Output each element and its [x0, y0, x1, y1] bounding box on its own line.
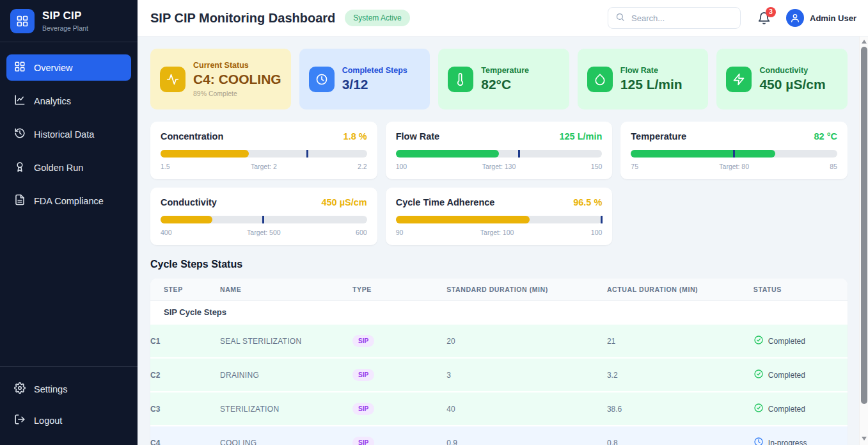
table-group-row: SIP Cycle Steps — [150, 301, 848, 325]
cycle-steps-table: StepNameTypeStandard Duration (min)Actua… — [150, 279, 848, 445]
metric-card-flow-rate: Flow Rate125 L/min100Target: 130150 — [386, 122, 613, 179]
notifications-button[interactable]: 3 — [757, 12, 771, 25]
sidebar-footer: SettingsLogout — [0, 366, 138, 445]
metric-target-marker — [518, 150, 520, 158]
column-header-standard-duration-min: Standard Duration (min) — [446, 279, 607, 301]
sidebar-item-golden-run[interactable]: Golden Run — [6, 154, 131, 181]
metric-card-cycle-time-adherence: Cycle Time Adherence96.5 %90Target: 1001… — [386, 188, 613, 245]
sidebar-item-label: Golden Run — [34, 163, 83, 173]
sidebar-item-analytics[interactable]: Analytics — [6, 88, 131, 114]
check-circle-icon — [754, 369, 764, 381]
history-icon — [14, 127, 26, 141]
scrollbar-thumb[interactable] — [861, 47, 867, 404]
scroll-up-arrow-icon[interactable] — [860, 37, 868, 46]
sidebar-item-label: Analytics — [34, 96, 71, 106]
search-input[interactable] — [630, 13, 733, 24]
metric-min-label: 90 — [396, 229, 404, 236]
metric-target-label: Target: 100 — [480, 229, 514, 236]
status-card-conductivity: Conductivity450 µS/cm — [716, 49, 848, 109]
main-area: SIP CIP Monitoring Dashboard System Acti… — [138, 0, 868, 445]
app-root: SIP CIP Beverage Plant OverviewAnalytics… — [0, 0, 868, 445]
metric-target-label: Target: 130 — [482, 163, 516, 170]
chart-line-icon — [14, 94, 26, 108]
sidebar-item-label: Logout — [34, 416, 62, 426]
metric-target-marker — [601, 216, 603, 223]
metric-target-marker — [306, 150, 308, 158]
cell-actual-duration: 21 — [607, 324, 754, 358]
top-bar: SIP CIP Monitoring Dashboard System Acti… — [138, 0, 868, 36]
search-box[interactable] — [608, 7, 741, 29]
metric-target-marker — [733, 150, 735, 158]
vertical-scrollbar[interactable] — [859, 36, 868, 445]
grid-icon — [14, 61, 26, 74]
status-label: Completed — [768, 337, 805, 346]
status-card-value: 125 L/min — [620, 77, 683, 92]
sidebar-logo: SIP CIP Beverage Plant — [0, 0, 138, 42]
metric-value: 96.5 % — [573, 197, 602, 207]
cell-actual-duration: 0.8 — [607, 426, 754, 445]
metric-progress-fill — [396, 150, 499, 158]
sidebar-item-settings[interactable]: Settings — [6, 376, 131, 402]
metric-target-label: Target: 80 — [719, 163, 749, 170]
metric-title: Temperature — [631, 131, 686, 142]
clock-icon — [754, 437, 764, 445]
dashboard-content: Current StatusC4: COOLING89% CompleteCom… — [138, 36, 868, 445]
sidebar-item-label: FDA Compliance — [34, 196, 104, 206]
scroll-down-arrow-icon[interactable] — [860, 434, 868, 443]
gear-icon — [14, 382, 26, 396]
metric-max-label: 2.2 — [358, 163, 367, 170]
metric-value: 125 L/min — [559, 131, 602, 142]
sidebar-nav: OverviewAnalyticsHistorical DataGolden R… — [0, 42, 138, 226]
page-title: SIP CIP Monitoring Dashboard — [150, 11, 335, 26]
table-row-c3[interactable]: C3STERILIZATIONSIP4038.6Completed — [150, 392, 848, 426]
logout-icon — [14, 414, 26, 427]
table-row-c1[interactable]: C1SEAL STERILIZATIONSIP2021Completed — [150, 324, 848, 358]
metric-progress-bar — [631, 150, 837, 158]
sidebar-item-historical-data[interactable]: Historical Data — [6, 121, 131, 147]
metric-title: Concentration — [161, 131, 223, 142]
table-row-c4[interactable]: C4COOLINGSIP0.90.8In-progress — [150, 426, 848, 445]
check-circle-icon — [754, 335, 764, 347]
status-card-value: 450 µS/cm — [759, 77, 825, 92]
cell-actual-duration: 38.6 — [607, 392, 754, 426]
column-header-step: Step — [150, 279, 220, 301]
metric-target-label: Target: 2 — [251, 163, 277, 170]
sidebar: SIP CIP Beverage Plant OverviewAnalytics… — [0, 0, 138, 445]
status-card-value: C4: COOLING — [193, 72, 281, 87]
column-header-actual-duration-min: Actual Duration (min) — [607, 279, 754, 301]
metric-progress-fill — [161, 150, 249, 158]
status-card-value: 82°C — [481, 77, 529, 92]
cell-step: C4 — [150, 426, 220, 445]
metric-min-label: 400 — [161, 229, 172, 236]
cell-actual-duration: 3.2 — [607, 358, 754, 392]
check-circle-icon — [754, 403, 764, 415]
user-name: Admin User — [810, 13, 856, 23]
user-avatar[interactable] — [786, 9, 804, 27]
sidebar-item-logout[interactable]: Logout — [6, 407, 131, 433]
metric-min-label: 75 — [631, 163, 638, 170]
status-label: In-progress — [768, 439, 807, 445]
cell-standard-duration: 0.9 — [446, 426, 607, 445]
metric-value: 450 µS/cm — [321, 197, 367, 207]
metric-progress-bar — [396, 216, 603, 223]
column-header-name: Name — [220, 279, 352, 301]
metric-target-marker — [262, 216, 264, 223]
metric-progress-bar — [161, 150, 367, 158]
app-title: SIP CIP — [42, 10, 88, 22]
sidebar-item-fda-compliance[interactable]: FDA Compliance — [6, 188, 131, 214]
status-card-current-status: Current StatusC4: COOLING89% Complete — [150, 49, 291, 109]
sidebar-item-overview[interactable]: Overview — [6, 54, 131, 81]
app-subtitle: Beverage Plant — [42, 24, 88, 32]
metric-progress-fill — [161, 216, 212, 223]
status-card-label: Flow Rate — [620, 66, 683, 75]
status-card-label: Conductivity — [759, 66, 825, 75]
type-badge: SIP — [352, 335, 374, 347]
droplet-icon — [587, 67, 613, 92]
table-header: StepNameTypeStandard Duration (min)Actua… — [150, 279, 848, 301]
status-card-temperature: Temperature82°C — [438, 49, 569, 109]
cycle-steps-table-card: StepNameTypeStandard Duration (min)Actua… — [150, 279, 848, 445]
cell-name: DRAINING — [220, 358, 352, 392]
cell-step: C3 — [150, 392, 220, 426]
type-badge: SIP — [352, 403, 374, 415]
table-row-c2[interactable]: C2DRAININGSIP33.2Completed — [150, 358, 848, 392]
